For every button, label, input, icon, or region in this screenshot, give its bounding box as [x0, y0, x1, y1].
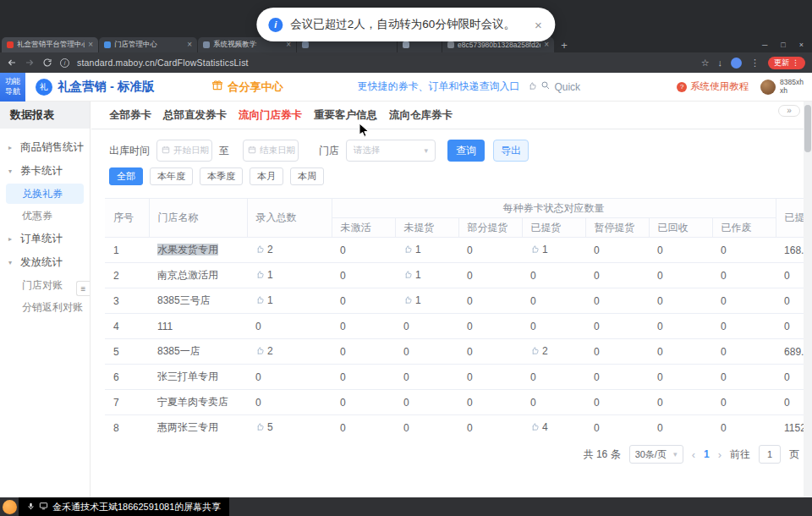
count-link[interactable]: 1 [403, 244, 421, 255]
new-tab-button[interactable]: + [555, 39, 573, 52]
table-row: 7 宁夏羊肉专卖店 00000000 0 [105, 390, 812, 415]
cell-value: 0 [649, 288, 712, 314]
sidebar-item-label: 优惠券 [22, 209, 52, 223]
card-tab[interactable]: 重要客户信息 [314, 108, 377, 123]
site-info-icon[interactable]: i [60, 58, 69, 68]
screen-icon[interactable] [39, 502, 48, 512]
count-link[interactable]: 1 [530, 244, 548, 255]
browser-update-button[interactable]: 更新⋮ [768, 57, 805, 69]
sidebar-group[interactable]: ▾ 券卡统计 [0, 159, 90, 183]
tutorial-link[interactable]: ? 系统使用教程 [677, 80, 749, 93]
page-number[interactable]: 1 [704, 448, 710, 460]
count-link[interactable]: 4 [530, 421, 548, 433]
search-button[interactable]: 查询 [447, 140, 485, 162]
url-field[interactable]: standard.maboy.cn/CardFlowStatisticsList [77, 58, 694, 68]
refresh-icon[interactable] [42, 58, 52, 68]
pointer-icon [528, 81, 537, 93]
calendar-icon [162, 145, 170, 156]
col-group: 每种券卡状态对应数量 [332, 199, 776, 218]
pointer-icon [255, 295, 265, 305]
sidebar-item[interactable]: 分销返利对账 [0, 296, 90, 318]
table-row: 1 水果发货专用 20101000 168.0 [105, 238, 812, 263]
tab-close-icon[interactable]: × [544, 41, 549, 49]
count-link[interactable]: 2 [255, 345, 273, 357]
share-center-link[interactable]: 合分享中心 [211, 80, 283, 95]
cell-value: 0 [332, 238, 395, 263]
store-select[interactable]: 请选择 ▾ [346, 140, 436, 162]
cell-value: 0 [332, 288, 395, 314]
card-tab[interactable]: 流向门店券卡 [239, 108, 302, 123]
quick-button[interactable]: Quick [528, 80, 580, 93]
goto-page-input[interactable]: 1 [759, 445, 781, 464]
sidebar-item[interactable]: 优惠券 [0, 205, 90, 227]
page-size-select[interactable]: 30条/页 ▾ [629, 445, 683, 464]
vertical-scrollbar[interactable] [804, 105, 811, 152]
card-tab[interactable]: 流向仓库券卡 [389, 108, 453, 123]
next-page-button[interactable]: › [718, 448, 721, 461]
maximize-button[interactable]: □ [781, 41, 785, 49]
browser-profile-avatar[interactable] [731, 58, 742, 69]
close-button[interactable]: × [799, 41, 804, 49]
end-date-input[interactable]: 结束日期 [243, 140, 299, 162]
col-store: 门店名称 [149, 199, 247, 238]
sidebar-group-label: 券卡统计 [20, 164, 63, 178]
forward-icon[interactable] [25, 58, 35, 68]
panel-collapse-button[interactable]: » [778, 105, 800, 117]
count-link[interactable]: 1 [403, 269, 421, 281]
toast-close-icon[interactable]: × [535, 18, 542, 32]
prev-page-button[interactable]: ‹ [692, 448, 695, 461]
sidebar-group[interactable]: ▸ 商品销售统计 [0, 135, 90, 159]
sidebar-group-label: 商品销售统计 [20, 140, 84, 155]
back-icon[interactable] [7, 58, 17, 68]
function-nav-button[interactable]: 功能 导航 [0, 73, 25, 102]
microphone-icon[interactable] [27, 502, 35, 513]
window-controls: ─□× [762, 37, 804, 52]
total-count: 共 16 条 [584, 447, 621, 462]
quick-filter-button[interactable]: 全部 [109, 167, 143, 185]
card-tab[interactable]: 总部直发券卡 [163, 108, 227, 123]
tab-close-icon[interactable]: × [286, 41, 291, 49]
time-filter-label: 出库时间 [109, 144, 150, 158]
count-link[interactable]: 1 [403, 294, 421, 306]
sidebar-group[interactable]: ▾ 发放统计 [0, 250, 90, 274]
col-seq: 序号 [105, 199, 149, 238]
start-date-input[interactable]: 开始日期 [156, 140, 212, 162]
browser-tab[interactable]: 门店管理中心 × [99, 37, 197, 52]
card-tab[interactable]: 全部券卡 [109, 108, 151, 123]
cell-value: 0 [522, 288, 585, 314]
sidebar-item[interactable]: 兑换礼券 [6, 184, 84, 204]
table-body: 1 水果发货专用 20101000 168.0 2 南京总激活用 1010000… [105, 238, 812, 434]
sidebar-collapse-handle[interactable]: ≡ [76, 281, 90, 296]
minimize-button[interactable]: ─ [762, 41, 767, 49]
cell-value: 0 [332, 415, 395, 434]
pointer-icon [403, 270, 413, 279]
count-link[interactable]: 2 [530, 345, 548, 357]
export-button[interactable]: 导出 [493, 140, 529, 162]
cell-value: 0 [395, 365, 458, 390]
bookmark-star-icon[interactable]: ☆ [701, 58, 710, 69]
pointer-icon [255, 244, 265, 254]
browser-tab[interactable]: 礼盒营销平台管理中心 × [2, 37, 98, 52]
pointer-icon [530, 244, 540, 254]
tab-title: e8c573980b1328a258fd2e6 [458, 41, 540, 49]
app-header: 功能 导航 礼 礼盒营销 - 标准版 合分享中心 更快捷的券卡、订单和快递查询入… [0, 73, 812, 102]
meeting-avatar[interactable] [3, 500, 17, 514]
user-account[interactable]: 8385xh xh [760, 79, 804, 96]
tab-close-icon[interactable]: × [187, 41, 192, 49]
quick-filter-button[interactable]: 本年度 [150, 167, 193, 185]
download-icon[interactable]: ↓ [718, 58, 723, 68]
quick-filter-button[interactable]: 本季度 [200, 167, 243, 185]
count-link[interactable]: 2 [255, 244, 273, 255]
count-link[interactable]: 1 [255, 269, 273, 281]
extensions-menu-icon[interactable]: ⋮ [750, 58, 760, 69]
quick-query-link[interactable]: 更快捷的券卡、订单和快递查询入口 [357, 80, 519, 94]
count-link[interactable]: 1 [255, 294, 273, 306]
quick-filter-button[interactable]: 本月 [250, 167, 283, 185]
count-link[interactable]: 5 [255, 421, 273, 433]
coupon-table: 序号 门店名称 录入总数 每种券卡状态对应数量 已提货金额 未激活未提货部分提货… [105, 198, 812, 433]
cell-seq: 2 [105, 263, 149, 288]
cell-value: 0 [332, 314, 395, 339]
sidebar-group[interactable]: ▸ 订单统计 [0, 227, 90, 250]
tab-close-icon[interactable]: × [88, 41, 93, 49]
quick-filter-button[interactable]: 本周 [290, 167, 324, 185]
